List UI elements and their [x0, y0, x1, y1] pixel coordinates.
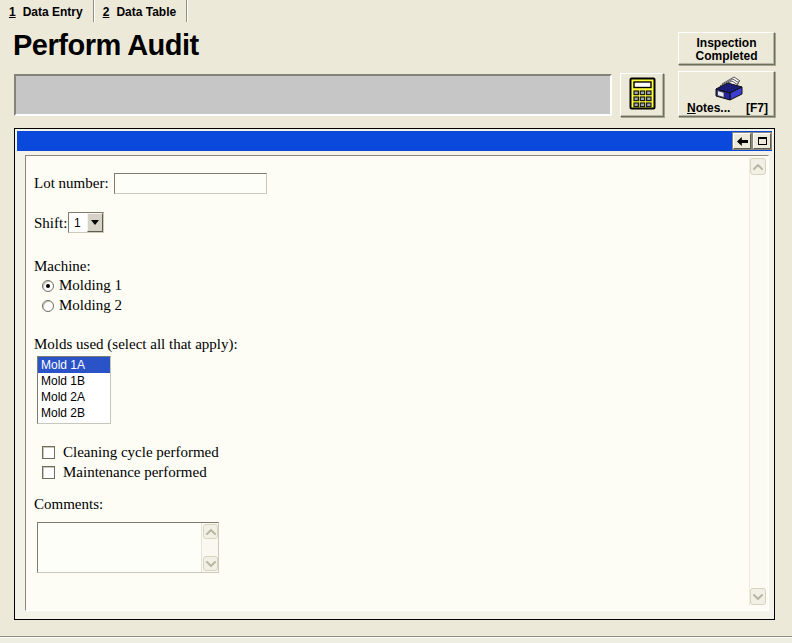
- radio-label: Molding 2: [59, 297, 122, 314]
- list-item-mold-2b[interactable]: Mold 2B: [38, 405, 110, 421]
- list-item-mold-2a[interactable]: Mold 2A: [38, 389, 110, 405]
- radio-molding-2[interactable]: Molding 2: [42, 297, 122, 314]
- lot-number-label: Lot number:: [34, 175, 109, 192]
- data-entry-display[interactable]: [14, 74, 612, 116]
- app-screen: 1Data Entry 2Data Table Perform Audit In…: [0, 0, 792, 643]
- shift-label: Shift:: [34, 215, 67, 232]
- scroll-up-icon: [206, 529, 216, 535]
- dropdown-arrow-button[interactable]: [87, 213, 103, 232]
- scroll-down-icon: [206, 561, 216, 567]
- notes-button-label: Notes...: [687, 101, 730, 115]
- comments-scrollbar: [201, 523, 218, 572]
- tab-accesskey: 1: [9, 5, 16, 19]
- scroll-down-button[interactable]: [203, 556, 218, 571]
- shift-dropdown[interactable]: 1: [68, 212, 104, 233]
- bottom-divider: [0, 636, 792, 643]
- lot-number-input[interactable]: [114, 173, 267, 194]
- radio-icon[interactable]: [42, 300, 54, 312]
- tab-accesskey: 2: [103, 5, 110, 19]
- list-item-mold-1a[interactable]: Mold 1A: [38, 357, 110, 373]
- maximize-icon: [758, 137, 767, 145]
- notes-fkey-label: [F7]: [746, 101, 768, 115]
- tab-bar: 1Data Entry 2Data Table: [2, 0, 189, 22]
- machine-label: Machine:: [34, 258, 91, 275]
- inspection-completed-button[interactable]: Inspection Completed: [678, 32, 775, 65]
- back-arrow-icon: [737, 132, 748, 150]
- comments-label: Comments:: [34, 496, 103, 513]
- form-window-titlebar: [17, 131, 772, 151]
- scroll-down-icon: [753, 594, 763, 600]
- tab-data-entry[interactable]: 1Data Entry: [2, 0, 94, 22]
- checkbox-icon[interactable]: [42, 466, 55, 479]
- checkbox-icon[interactable]: [42, 446, 55, 459]
- card-file-icon: [679, 75, 774, 101]
- audit-form-panel: Lot number: Shift: 1 Machine: Molding 1 …: [25, 155, 769, 611]
- radio-molding-1[interactable]: Molding 1: [42, 277, 122, 294]
- tab-data-table[interactable]: 2Data Table: [96, 0, 187, 22]
- cleaning-cycle-checkbox-row[interactable]: Cleaning cycle performed: [42, 444, 219, 461]
- maintenance-checkbox-row[interactable]: Maintenance performed: [42, 464, 207, 481]
- calculator-icon: [629, 77, 656, 113]
- tab-label: Data Entry: [23, 5, 83, 19]
- maximize-button[interactable]: [753, 133, 771, 149]
- molds-used-label: Molds used (select all that apply):: [34, 336, 238, 353]
- checkbox-label: Maintenance performed: [63, 464, 207, 481]
- notes-button[interactable]: Notes... [F7]: [678, 71, 775, 117]
- embedded-form-window: Lot number: Shift: 1 Machine: Molding 1 …: [14, 128, 775, 620]
- comments-field: [37, 522, 219, 573]
- scroll-up-button[interactable]: [750, 158, 766, 175]
- checkbox-label: Cleaning cycle performed: [63, 444, 219, 461]
- comments-textarea[interactable]: [38, 523, 201, 572]
- calculator-button[interactable]: [620, 73, 664, 117]
- molds-listbox[interactable]: Mold 1A Mold 1B Mold 2A Mold 2B: [37, 356, 111, 424]
- scroll-down-button[interactable]: [750, 588, 766, 605]
- form-vertical-scrollbar[interactable]: [749, 157, 766, 606]
- back-arrow-button[interactable]: [733, 133, 751, 149]
- radio-icon[interactable]: [42, 280, 54, 292]
- scroll-up-icon: [753, 164, 763, 170]
- dropdown-arrow-icon: [91, 220, 99, 229]
- list-item-mold-1b[interactable]: Mold 1B: [38, 373, 110, 389]
- page-title: Perform Audit: [13, 29, 199, 62]
- radio-label: Molding 1: [59, 277, 122, 294]
- tab-label: Data Table: [116, 5, 176, 19]
- inspection-button-line2: Completed: [679, 50, 774, 63]
- shift-dropdown-value: 1: [69, 213, 87, 232]
- scroll-up-button[interactable]: [203, 524, 218, 539]
